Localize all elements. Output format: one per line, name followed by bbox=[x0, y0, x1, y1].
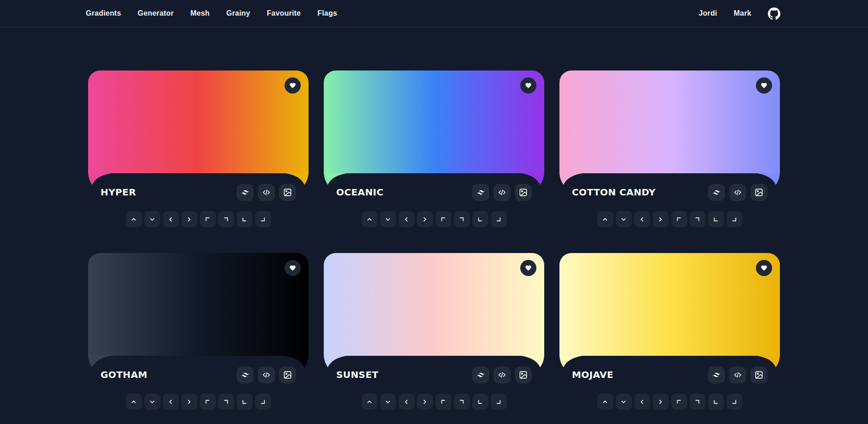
copy-tailwind-button[interactable] bbox=[472, 366, 489, 383]
direction-to-top-button[interactable] bbox=[597, 211, 613, 227]
direction-to-bottom-left-button[interactable] bbox=[472, 394, 488, 410]
chevron-up-icon bbox=[132, 218, 135, 220]
nav-link-favourite[interactable]: Favourite bbox=[267, 9, 301, 18]
nav-link-generator[interactable]: Generator bbox=[138, 9, 174, 18]
direction-to-left-button[interactable] bbox=[634, 394, 650, 410]
nav-link-grainy[interactable]: Grainy bbox=[226, 9, 250, 18]
copy-css-button[interactable] bbox=[258, 184, 275, 201]
copy-tailwind-button[interactable] bbox=[708, 184, 725, 201]
direction-to-bottom-button[interactable] bbox=[144, 394, 161, 410]
gradient-preview-wrap bbox=[324, 71, 544, 173]
nav-link-mesh[interactable]: Mesh bbox=[190, 9, 210, 18]
direction-to-bottom-right-button[interactable] bbox=[726, 394, 743, 410]
direction-to-top-right-button[interactable] bbox=[218, 394, 234, 410]
download-image-button[interactable] bbox=[515, 184, 532, 201]
direction-to-top-left-button[interactable] bbox=[671, 211, 687, 227]
direction-to-top-left-button[interactable] bbox=[435, 394, 452, 410]
direction-to-left-button[interactable] bbox=[163, 394, 179, 410]
direction-to-bottom-right-button[interactable] bbox=[255, 394, 271, 410]
gradient-tail-left bbox=[559, 355, 585, 368]
direction-to-left-button[interactable] bbox=[634, 211, 650, 227]
gradient-preview-wrap bbox=[559, 253, 780, 356]
favourite-button[interactable] bbox=[756, 77, 772, 94]
chevron-right-icon bbox=[424, 218, 426, 221]
direction-to-top-left-button[interactable] bbox=[200, 211, 216, 227]
direction-to-top-button[interactable] bbox=[362, 211, 378, 227]
copy-tailwind-button[interactable] bbox=[472, 184, 489, 201]
github-button[interactable] bbox=[768, 7, 780, 20]
direction-to-top-left-button[interactable] bbox=[200, 394, 216, 410]
gradient-tail-left bbox=[88, 355, 114, 368]
direction-to-right-button[interactable] bbox=[653, 394, 669, 410]
direction-to-bottom-left-button[interactable] bbox=[237, 394, 253, 410]
copy-css-button[interactable] bbox=[493, 366, 511, 383]
gradient-preview bbox=[324, 253, 544, 356]
direction-to-top-button[interactable] bbox=[597, 394, 613, 410]
image-icon bbox=[755, 188, 763, 197]
direction-to-bottom-button[interactable] bbox=[380, 211, 396, 227]
card-actions bbox=[472, 184, 532, 201]
direction-to-top-right-button[interactable] bbox=[218, 211, 234, 227]
direction-to-bottom-left-button[interactable] bbox=[708, 211, 724, 227]
copy-tailwind-button[interactable] bbox=[708, 366, 725, 383]
direction-to-top-right-button[interactable] bbox=[690, 211, 706, 227]
direction-to-bottom-right-button[interactable] bbox=[491, 394, 507, 410]
direction-to-left-button[interactable] bbox=[398, 394, 415, 410]
tailwind-icon bbox=[241, 371, 250, 379]
copy-css-button[interactable] bbox=[729, 184, 746, 201]
direction-to-bottom-left-button[interactable] bbox=[708, 394, 724, 410]
direction-controls bbox=[324, 394, 544, 410]
gradient-tail-right bbox=[518, 173, 544, 185]
direction-to-right-button[interactable] bbox=[417, 211, 433, 227]
nav-link-flags[interactable]: Flags bbox=[317, 9, 337, 18]
direction-to-bottom-button[interactable] bbox=[380, 394, 396, 410]
code-icon bbox=[733, 188, 742, 197]
copy-css-button[interactable] bbox=[493, 184, 511, 201]
direction-to-top-right-button[interactable] bbox=[690, 394, 706, 410]
favourite-button[interactable] bbox=[756, 260, 772, 276]
direction-to-right-button[interactable] bbox=[181, 211, 197, 227]
direction-to-bottom-button[interactable] bbox=[616, 211, 632, 227]
nav-link-jordi[interactable]: Jordi bbox=[699, 9, 717, 18]
direction-to-bottom-button[interactable] bbox=[144, 211, 161, 227]
corner-top-right-icon bbox=[460, 218, 464, 221]
direction-to-top-right-button[interactable] bbox=[454, 211, 470, 227]
direction-to-bottom-right-button[interactable] bbox=[255, 211, 271, 227]
download-image-button[interactable] bbox=[515, 366, 532, 383]
card-actions bbox=[708, 366, 767, 383]
direction-to-bottom-left-button[interactable] bbox=[237, 211, 253, 227]
copy-css-button[interactable] bbox=[258, 366, 275, 383]
chevron-right-icon bbox=[660, 400, 661, 403]
direction-to-left-button[interactable] bbox=[398, 211, 415, 227]
favourite-button[interactable] bbox=[520, 77, 536, 94]
download-image-button[interactable] bbox=[279, 184, 296, 201]
direction-to-bottom-button[interactable] bbox=[616, 394, 632, 410]
nav-link-mark[interactable]: Mark bbox=[734, 9, 751, 18]
tailwind-icon bbox=[712, 371, 721, 379]
direction-to-left-button[interactable] bbox=[163, 211, 179, 227]
direction-to-top-left-button[interactable] bbox=[671, 394, 687, 410]
chevron-left-icon bbox=[641, 400, 643, 403]
direction-to-top-right-button[interactable] bbox=[454, 394, 470, 410]
download-image-button[interactable] bbox=[750, 184, 767, 201]
direction-to-top-button[interactable] bbox=[126, 394, 142, 410]
favourite-button[interactable] bbox=[285, 260, 301, 276]
favourite-button[interactable] bbox=[520, 260, 536, 276]
direction-to-bottom-left-button[interactable] bbox=[472, 211, 488, 227]
direction-to-right-button[interactable] bbox=[417, 394, 433, 410]
copy-tailwind-button[interactable] bbox=[237, 366, 254, 383]
copy-tailwind-button[interactable] bbox=[237, 184, 254, 201]
direction-to-top-button[interactable] bbox=[362, 394, 378, 410]
download-image-button[interactable] bbox=[279, 366, 296, 383]
direction-to-right-button[interactable] bbox=[653, 211, 669, 227]
direction-to-bottom-right-button[interactable] bbox=[491, 211, 507, 227]
download-image-button[interactable] bbox=[750, 366, 767, 383]
nav-link-gradients[interactable]: Gradients bbox=[86, 9, 121, 18]
favourite-button[interactable] bbox=[285, 77, 301, 94]
tailwind-icon bbox=[476, 371, 485, 379]
direction-to-top-left-button[interactable] bbox=[435, 211, 452, 227]
copy-css-button[interactable] bbox=[729, 366, 746, 383]
direction-to-top-button[interactable] bbox=[126, 211, 142, 227]
direction-to-right-button[interactable] bbox=[181, 394, 197, 410]
direction-to-bottom-right-button[interactable] bbox=[726, 211, 743, 227]
